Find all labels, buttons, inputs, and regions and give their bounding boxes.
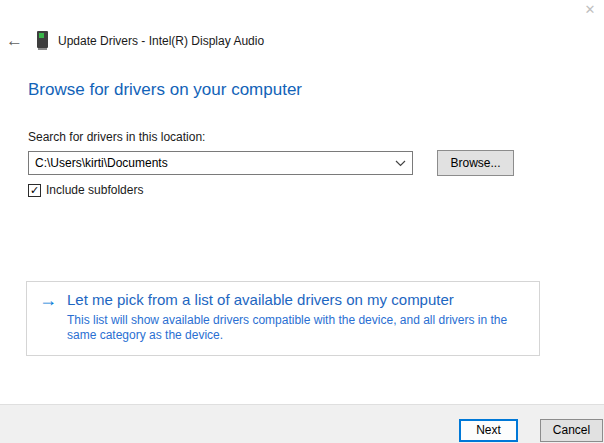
footer-bar: Next Cancel: [0, 404, 604, 443]
close-icon[interactable]: ✕: [581, 1, 599, 19]
location-combobox[interactable]: [28, 151, 413, 175]
next-button[interactable]: Next: [459, 419, 518, 442]
chevron-down-icon[interactable]: [395, 160, 406, 167]
window-title: Update Drivers - Intel(R) Display Audio: [58, 34, 264, 48]
right-arrow-icon: →: [39, 290, 57, 310]
update-drivers-dialog: ✕ ← Update Drivers - Intel(R) Display Au…: [0, 0, 604, 443]
pick-from-list-option[interactable]: → Let me pick from a list of available d…: [26, 281, 540, 356]
location-label: Search for drivers in this location:: [28, 130, 205, 144]
device-icon-base: [38, 48, 47, 50]
dialog-header: ← Update Drivers - Intel(R) Display Audi…: [0, 31, 604, 53]
pick-from-list-description: This list will show available drivers co…: [67, 313, 535, 343]
device-driver-icon: [37, 31, 49, 50]
include-subfolders-checkbox[interactable]: ✓: [28, 184, 41, 197]
location-input[interactable]: [29, 152, 389, 174]
page-title: Browse for drivers on your computer: [28, 80, 302, 100]
include-subfolders-label: Include subfolders: [46, 183, 143, 197]
pick-from-list-title: Let me pick from a list of available dri…: [67, 291, 454, 308]
cancel-button[interactable]: Cancel: [540, 419, 603, 442]
include-subfolders-row[interactable]: ✓ Include subfolders: [28, 183, 143, 197]
device-icon-led: [39, 33, 44, 38]
browse-button[interactable]: Browse...: [437, 150, 514, 176]
back-icon[interactable]: ←: [6, 32, 23, 50]
